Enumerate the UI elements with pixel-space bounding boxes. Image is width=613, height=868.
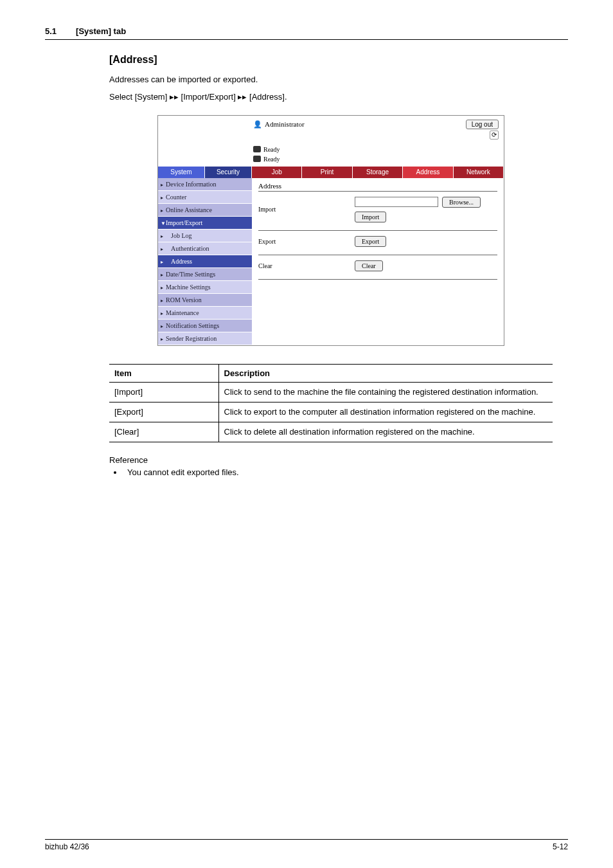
user-icon: 👤: [253, 120, 262, 129]
sidebar-item-label: Device Information: [166, 181, 217, 188]
chevron-icon: ▸: [161, 246, 163, 252]
chevron-icon: ▸: [161, 298, 163, 303]
export-button[interactable]: Export: [355, 236, 386, 247]
chevron-icon: ▸: [161, 311, 163, 316]
reference-heading: Reference: [109, 455, 553, 465]
export-row-label: Export: [258, 238, 355, 245]
sidebar-item-label: Notification Settings: [166, 322, 219, 329]
embedded-screenshot: 👤 Administrator Log out ⟳ Ready Ready Sy…: [157, 115, 504, 346]
admin-label: Administrator: [265, 120, 305, 128]
sidebar-item-label: Counter: [166, 194, 186, 201]
logout-button[interactable]: Log out: [466, 120, 499, 129]
chevron-icon: ▸: [161, 285, 163, 291]
import-row-label: Import: [258, 206, 355, 213]
status-text-2: Ready: [263, 154, 280, 164]
chevron-icon: ▼: [161, 221, 166, 226]
footer-model: bizhub 42/36: [45, 842, 89, 851]
sidebar-item-label: Date/Time Settings: [166, 271, 215, 278]
sidebar-item-label: ROM Version: [166, 296, 202, 303]
sidebar-item-machine-settings[interactable]: ▸Machine Settings: [158, 281, 252, 294]
sidebar-item-label: Machine Settings: [166, 284, 211, 291]
tab-storage[interactable]: Storage: [353, 167, 403, 178]
sidebar-item-label: Job Log: [171, 232, 192, 239]
status-text-1: Ready: [263, 145, 280, 154]
table-cell-item: [Import]: [109, 382, 218, 402]
sidebar-item-label: Import/Export: [166, 219, 202, 226]
chevron-icon: ▸: [161, 233, 163, 239]
sidebar-item-maintenance[interactable]: ▸Maintenance: [158, 307, 252, 320]
tab-job[interactable]: Job: [252, 167, 302, 178]
breadcrumb-part-2: [Import/Export]: [179, 92, 238, 102]
sidebar-item-label: Address: [171, 258, 192, 265]
section-title: [System] tab: [76, 26, 582, 36]
tab-security[interactable]: Security: [205, 167, 252, 178]
sidebar-item-device-information[interactable]: ▸Device Information: [158, 178, 252, 191]
section-number: 5.1: [45, 26, 57, 36]
table-cell-item: [Clear]: [109, 422, 218, 442]
sidebar-item-date-time-settings[interactable]: ▸Date/Time Settings: [158, 268, 252, 281]
sidebar-item-label: Authentication: [171, 245, 209, 252]
table-header-desc: Description: [218, 364, 553, 382]
tab-print[interactable]: Print: [302, 167, 352, 178]
intro-line-1: Addresses can be imported or exported.: [109, 73, 553, 86]
description-table: Item Description [Import]Click to send t…: [109, 364, 553, 443]
chevron-icon: ▸: [161, 272, 163, 278]
table-header-item: Item: [109, 364, 218, 382]
printer-icon: [253, 146, 261, 152]
breadcrumb-arrow-icon: ▸▸: [238, 92, 247, 102]
sidebar-item-counter[interactable]: ▸Counter: [158, 191, 252, 204]
chevron-icon: ▸: [161, 208, 163, 213]
browse-button[interactable]: Browse...: [442, 197, 481, 208]
chevron-icon: ▸: [161, 323, 163, 329]
clear-button[interactable]: Clear: [355, 260, 383, 271]
table-row: [Clear]Click to delete all destination i…: [109, 422, 553, 442]
footer-page-num: 5-12: [553, 842, 568, 851]
chevron-icon: ▸: [161, 182, 163, 188]
breadcrumb-arrow-icon: ▸▸: [170, 92, 179, 102]
sidebar-item-import-export[interactable]: ▼Import/Export: [158, 217, 252, 230]
intro-line-2: Select [System] ▸▸ [Import/Export] ▸▸ [A…: [109, 91, 553, 104]
chevron-icon: ▸: [161, 259, 163, 265]
refresh-icon[interactable]: ⟳: [490, 131, 499, 140]
chevron-icon: ▸: [161, 195, 163, 201]
sidebar-item-job-log[interactable]: ▸Job Log: [158, 230, 252, 242]
page-title: [Address]: [109, 54, 553, 66]
sidebar-item-label: Online Assistance: [166, 206, 212, 213]
tab-address[interactable]: Address: [403, 167, 453, 178]
sidebar-item-rom-version[interactable]: ▸ROM Version: [158, 294, 252, 307]
sidebar-item-online-assistance[interactable]: ▸Online Assistance: [158, 204, 252, 217]
reference-item: You cannot edit exported files.: [123, 467, 553, 477]
table-cell-item: [Export]: [109, 402, 218, 422]
sidebar-item-label: Sender Registration: [166, 335, 217, 342]
table-cell-desc: Click to export to the computer all dest…: [218, 402, 553, 422]
sidebar-item-address[interactable]: ▸Address: [158, 255, 252, 268]
tab-network[interactable]: Network: [454, 167, 504, 178]
breadcrumb-part-3: [Address].: [247, 92, 287, 102]
panel-title: Address: [258, 182, 497, 190]
sidebar-item-label: Maintenance: [166, 309, 199, 316]
table-cell-desc: Click to delete all destination informat…: [218, 422, 553, 442]
import-button[interactable]: Import: [355, 212, 386, 222]
toner-icon: [253, 156, 261, 162]
sidebar-item-notification-settings[interactable]: ▸Notification Settings: [158, 320, 252, 332]
table-cell-desc: Click to send to the machine the file co…: [218, 382, 553, 402]
clear-row-label: Clear: [258, 262, 355, 269]
table-row: [Export]Click to export to the computer …: [109, 402, 553, 422]
sidebar-item-sender-registration[interactable]: ▸Sender Registration: [158, 332, 252, 345]
breadcrumb-part-1: Select [System]: [109, 92, 170, 102]
sidebar-item-authentication[interactable]: ▸Authentication: [158, 242, 252, 255]
tab-system[interactable]: System: [158, 167, 205, 178]
chevron-icon: ▸: [161, 336, 163, 342]
import-file-field[interactable]: [355, 197, 438, 207]
table-row: [Import]Click to send to the machine the…: [109, 382, 553, 402]
